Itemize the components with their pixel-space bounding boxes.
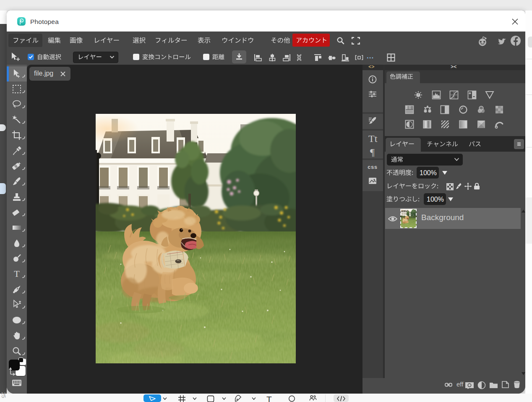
svg-text:T: T (14, 269, 20, 279)
